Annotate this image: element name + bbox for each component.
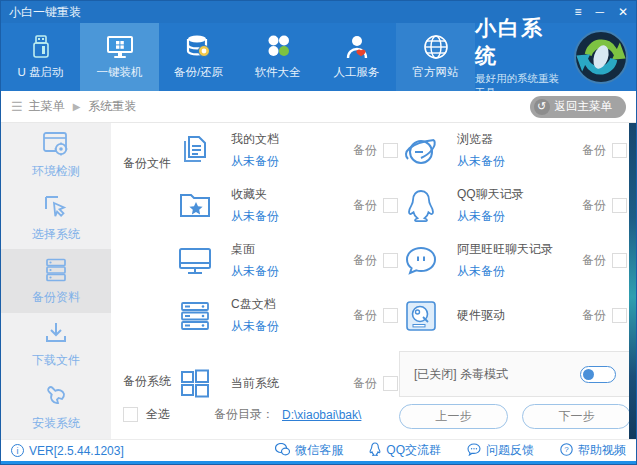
globe-icon [423, 34, 449, 60]
version-text: VER[2.5.44.1203] [29, 444, 124, 458]
breadcrumb-bar: ☰ 主菜单 ▶ 系统重装 ↺ 返回主菜单 [1, 91, 636, 123]
item-status-link[interactable]: 从未备份 [457, 208, 582, 225]
svg-text:?: ? [564, 445, 569, 454]
item-status-link[interactable]: 从未备份 [231, 153, 353, 170]
usb-drive-icon [28, 34, 54, 60]
cursor-select-icon [42, 193, 70, 221]
nav-human-service[interactable]: 人工服务 [317, 23, 396, 91]
backup-checkbox[interactable] [383, 253, 398, 268]
info-icon: i [11, 444, 24, 457]
antivirus-mode-panel: [已关闭] 杀毒模式 [399, 351, 631, 397]
prev-step-button[interactable]: 上一步 [399, 404, 508, 429]
backup-item-c-drive-docs: C盘文档 从未备份 备份 [173, 288, 398, 343]
item-name: 浏览器 [457, 131, 582, 148]
next-step-button[interactable]: 下一步 [522, 404, 631, 429]
close-icon[interactable]: ✕ [618, 6, 628, 18]
backup-item-aliwangwang-chat: 阿里旺旺聊天记录 从未备份 备份 [399, 233, 627, 288]
backup-item-desktop: 桌面 从未备份 备份 [173, 233, 398, 288]
breadcrumb-root[interactable]: 主菜单 [29, 98, 65, 115]
feedback-link[interactable]: 问题反馈 [467, 442, 534, 459]
nav-backup-restore[interactable]: 备份/还原 [159, 23, 238, 91]
footer-link-label: 帮助视频 [578, 442, 626, 459]
help-video-link[interactable]: ? 帮助视频 [560, 442, 626, 459]
nav-usb-boot[interactable]: U 盘启动 [1, 23, 80, 91]
item-status-link[interactable]: 从未备份 [231, 318, 353, 335]
item-name: C盘文档 [231, 296, 353, 313]
sidebar-item-download-files[interactable]: 下载文件 [1, 313, 111, 376]
antivirus-toggle[interactable] [580, 366, 616, 383]
backup-checkbox-label: 备份 [582, 307, 606, 324]
list-icon: ☰ [11, 99, 23, 114]
toggle-knob [583, 369, 594, 380]
item-name: 桌面 [231, 241, 353, 258]
back-arrow-icon: ↺ [534, 99, 550, 115]
brand-area: 小白系统 最好用的系统重装工具 [475, 23, 636, 91]
sidebar-item-env-check[interactable]: 环境检测 [1, 123, 111, 186]
select-all-label: 全选 [146, 406, 170, 423]
qq-penguin-icon [399, 186, 443, 226]
item-name: QQ聊天记录 [457, 186, 582, 203]
backup-checkbox-label: 备份 [353, 142, 377, 159]
wechat-support-link[interactable]: 微信客服 [275, 442, 343, 459]
backup-checkbox[interactable] [612, 143, 627, 158]
backup-checkbox[interactable] [612, 198, 627, 213]
nav-official-site[interactable]: 官方网站 [396, 23, 475, 91]
hard-drive-icon [399, 297, 443, 335]
nav-label: 软件大全 [255, 65, 301, 80]
backup-checkbox-label: 备份 [582, 197, 606, 214]
nav-label: U 盘启动 [18, 65, 64, 80]
nav-label: 一键装机 [97, 65, 143, 80]
sidebar-item-label: 下载文件 [32, 352, 80, 369]
database-icon [184, 34, 214, 60]
backup-checkbox[interactable] [383, 308, 398, 323]
item-name: 硬件驱动 [457, 307, 582, 324]
nav-one-click-install[interactable]: 一键装机 [80, 23, 159, 91]
backup-item-favorites: 收藏夹 从未备份 备份 [173, 178, 398, 233]
backup-checkbox[interactable] [383, 376, 398, 391]
backup-checkbox[interactable] [383, 143, 398, 158]
item-name: 阿里旺旺聊天记录 [457, 241, 582, 258]
sidebar-item-select-system[interactable]: 选择系统 [1, 186, 111, 249]
wechat-icon [275, 443, 290, 459]
menu-icon[interactable]: ≡ [574, 6, 581, 18]
backup-checkbox[interactable] [612, 253, 627, 268]
documents-icon [173, 131, 217, 171]
antivirus-mode-label: [已关闭] 杀毒模式 [414, 366, 508, 383]
item-status-link[interactable]: 从未备份 [457, 263, 582, 280]
item-name: 当前系统 [231, 375, 353, 392]
backup-checkbox[interactable] [383, 198, 398, 213]
backup-item-my-documents: 我的文档 从未备份 备份 [173, 123, 398, 178]
return-main-menu-button[interactable]: ↺ 返回主菜单 [530, 96, 627, 118]
nav-label: 备份/还原 [174, 65, 223, 80]
item-status-link[interactable]: 从未备份 [231, 263, 353, 280]
monitor-windows-icon [105, 34, 135, 60]
sidebar-item-install-system[interactable]: 安装系统 [1, 376, 111, 439]
clover-icon [265, 34, 291, 60]
backup-item-qq-chat: QQ聊天记录 从未备份 备份 [399, 178, 627, 233]
breadcrumb-current: 系统重装 [88, 98, 136, 115]
download-icon [42, 319, 70, 347]
item-status-link[interactable]: 从未备份 [231, 208, 353, 225]
item-status-link[interactable]: 从未备份 [457, 153, 582, 170]
nav-software-collection[interactable]: 软件大全 [238, 23, 317, 91]
qq-icon [369, 442, 381, 459]
server-stack-icon [42, 256, 70, 284]
minimize-icon[interactable]: ─ [595, 6, 604, 18]
backup-dir-link[interactable]: D:\xiaobai\bak\ [282, 408, 361, 422]
feedback-bubble-icon [467, 443, 481, 459]
backup-checkbox[interactable] [612, 308, 627, 323]
select-all-checkbox[interactable] [123, 407, 138, 422]
footer-link-label: 微信客服 [295, 442, 343, 459]
breadcrumb-arrow-icon: ▶ [73, 101, 81, 112]
person-heart-icon [344, 34, 370, 60]
sidebar-item-label: 环境检测 [32, 163, 80, 180]
sidebar-item-backup-data[interactable]: 备份资料 [1, 249, 111, 312]
qq-group-link[interactable]: QQ交流群 [369, 442, 441, 459]
wrench-icon [42, 382, 70, 410]
backup-system-label: 备份系统 [123, 373, 171, 390]
backup-checkbox-label: 备份 [353, 252, 377, 269]
item-name: 我的文档 [231, 131, 353, 148]
backup-item-browser: 浏览器 从未备份 备份 [399, 123, 627, 178]
backup-checkbox-label: 备份 [353, 197, 377, 214]
content-scrollbar[interactable] [629, 123, 636, 439]
